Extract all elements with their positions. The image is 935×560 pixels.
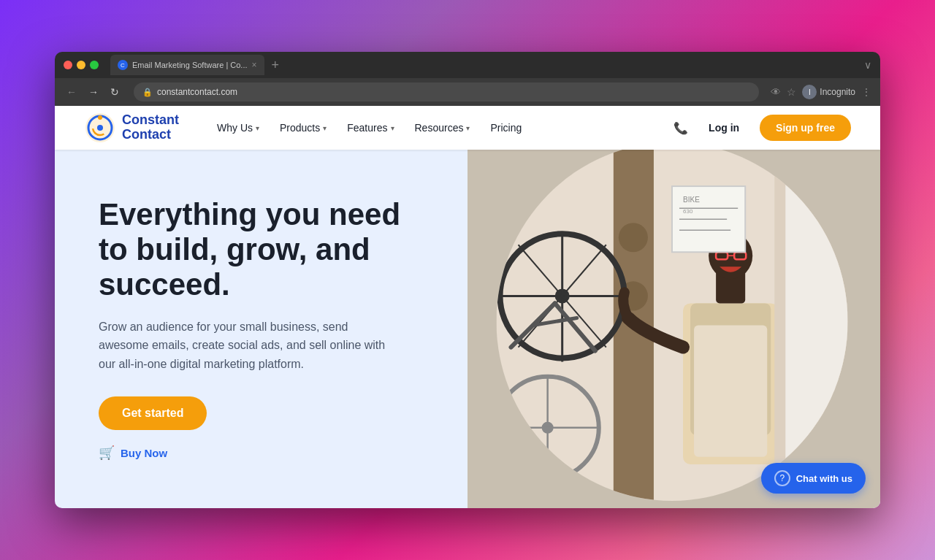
products-chevron: ▾ bbox=[323, 124, 327, 132]
browser-tab[interactable]: C Email Marketing Software | Co... × bbox=[110, 55, 264, 75]
logo-line2: Contact bbox=[122, 128, 179, 142]
chat-icon: ? bbox=[774, 470, 790, 486]
back-button[interactable]: ← bbox=[64, 83, 80, 101]
signup-button[interactable]: Sign up free bbox=[760, 115, 851, 141]
hero-section: Everything you need to build, grow, and … bbox=[55, 150, 880, 508]
svg-point-3 bbox=[97, 125, 103, 131]
buy-now-link[interactable]: 🛒 Buy Now bbox=[99, 445, 431, 461]
tab-title: Email Marketing Software | Co... bbox=[132, 61, 248, 69]
svg-rect-26 bbox=[694, 325, 767, 456]
nav-features[interactable]: Features ▾ bbox=[338, 116, 402, 139]
logo-text: Constant Contact bbox=[122, 113, 179, 142]
chat-widget[interactable]: ? Chat with us bbox=[761, 463, 866, 494]
get-started-button[interactable]: Get started bbox=[99, 396, 207, 430]
incognito-label: Incognito bbox=[820, 87, 855, 97]
address-bar[interactable]: 🔒 constantcontact.com bbox=[134, 83, 759, 101]
logo-icon bbox=[84, 112, 116, 144]
svg-text:BIKE: BIKE bbox=[683, 196, 700, 204]
resources-chevron: ▾ bbox=[466, 124, 470, 132]
tab-close-button[interactable]: × bbox=[252, 60, 257, 70]
main-navigation: Constant Contact Why Us ▾ Products ▾ Fea… bbox=[55, 106, 880, 150]
profile-avatar: I bbox=[802, 85, 817, 99]
toolbar-actions: 👁 ☆ I Incognito ⋮ bbox=[771, 85, 871, 99]
profile-area: I Incognito bbox=[802, 85, 855, 99]
hero-subtitle: Grow an audience for your small business… bbox=[99, 318, 391, 374]
svg-point-4 bbox=[98, 115, 102, 120]
nav-resources[interactable]: Resources ▾ bbox=[406, 116, 479, 139]
browser-toolbar: ← → ↻ 🔒 constantcontact.com 👁 ☆ I Incogn… bbox=[55, 78, 880, 106]
hero-photo-illustration: BIKE 630 bbox=[468, 150, 880, 508]
features-chevron: ▾ bbox=[391, 124, 394, 132]
refresh-button[interactable]: ↻ bbox=[107, 83, 122, 101]
maximize-traffic-light[interactable] bbox=[90, 61, 99, 69]
window-chevron-icon: ∨ bbox=[864, 59, 871, 71]
tab-favicon: C bbox=[118, 60, 128, 70]
hero-title: Everything you need to build, grow, and … bbox=[99, 197, 431, 303]
minimize-traffic-light[interactable] bbox=[77, 61, 85, 69]
logo-line1: Constant bbox=[122, 113, 179, 128]
nav-why-us[interactable]: Why Us ▾ bbox=[208, 116, 268, 139]
nav-links: Why Us ▾ Products ▾ Features ▾ Resources… bbox=[208, 116, 673, 139]
svg-text:630: 630 bbox=[683, 208, 693, 215]
bookmark-icon[interactable]: ☆ bbox=[787, 86, 796, 98]
new-tab-button[interactable]: + bbox=[269, 58, 283, 73]
hero-content: Everything you need to build, grow, and … bbox=[55, 150, 468, 508]
chat-label: Chat with us bbox=[796, 473, 852, 484]
url-text: constantcontact.com bbox=[157, 87, 237, 97]
browser-titlebar: C Email Marketing Software | Co... × + ∨ bbox=[55, 52, 880, 78]
more-options-icon[interactable]: ⋮ bbox=[861, 86, 871, 98]
buy-now-text: Buy Now bbox=[121, 447, 167, 459]
hero-image: BIKE 630 ? Chat with us bbox=[468, 150, 880, 508]
tab-area: C Email Marketing Software | Co... × + bbox=[110, 55, 858, 75]
phone-icon[interactable]: 📞 bbox=[673, 121, 688, 135]
login-button[interactable]: Log in bbox=[700, 116, 748, 139]
nav-products[interactable]: Products ▾ bbox=[271, 116, 335, 139]
lock-icon: 🔒 bbox=[142, 88, 153, 97]
logo[interactable]: Constant Contact bbox=[84, 112, 179, 144]
browser-window: C Email Marketing Software | Co... × + ∨… bbox=[55, 52, 880, 508]
no-tracking-icon: 👁 bbox=[771, 86, 781, 98]
cart-icon: 🛒 bbox=[99, 445, 115, 461]
close-traffic-light[interactable] bbox=[64, 61, 72, 69]
nav-right: 📞 Log in Sign up free bbox=[673, 115, 851, 141]
traffic-lights bbox=[64, 61, 99, 69]
nav-pricing[interactable]: Pricing bbox=[481, 116, 530, 139]
forward-button[interactable]: → bbox=[85, 83, 102, 101]
svg-point-9 bbox=[619, 223, 648, 252]
why-us-chevron: ▾ bbox=[256, 124, 259, 132]
website-content: Constant Contact Why Us ▾ Products ▾ Fea… bbox=[55, 106, 880, 508]
